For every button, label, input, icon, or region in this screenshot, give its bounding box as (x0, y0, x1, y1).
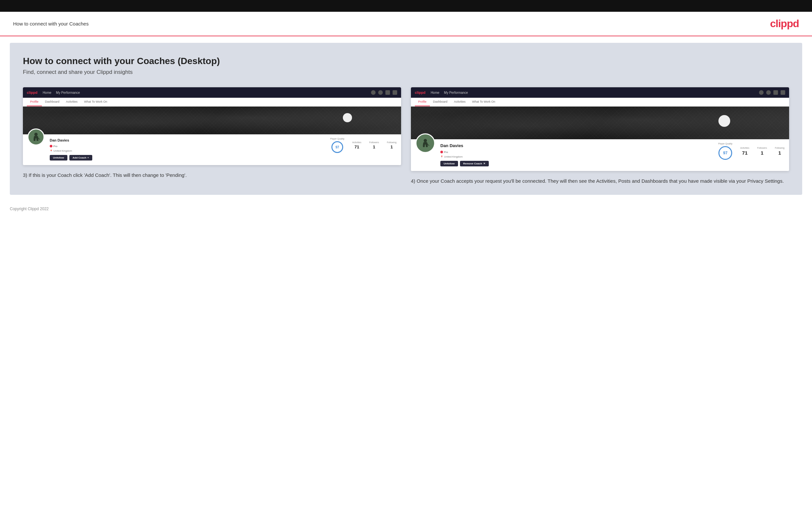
left-quality-circle: 97 (332, 141, 343, 153)
page-subtitle: Find, connect and share your Clippd insi… (23, 69, 789, 75)
left-mock-nav: clippd Home My Performance (23, 87, 401, 98)
right-unfollow-button[interactable]: Unfollow (440, 161, 458, 166)
right-screenshot: clippd Home My Performance Profile (411, 87, 789, 171)
left-activities-label: Activities (352, 141, 361, 144)
clippd-logo: clippd (770, 18, 799, 30)
left-mock-banner (23, 107, 401, 134)
right-quality-label: Player Quality (718, 143, 732, 145)
right-tab-what-to-work-on[interactable]: What To Work On (469, 98, 499, 106)
right-location-icon: 📍 (440, 156, 443, 158)
right-activities-value: 71 (740, 150, 750, 156)
left-screenshot: clippd Home My Performance Profile (23, 87, 401, 165)
left-player-quality: Player Quality 97 (330, 137, 345, 153)
right-remove-coach-label: Remove Coach (463, 162, 482, 165)
left-column: clippd Home My Performance Profile (23, 87, 401, 185)
left-add-coach-label: Add Coach (72, 156, 86, 159)
right-golfer-icon (420, 138, 430, 149)
right-activities-stat: Activities 71 (740, 147, 750, 156)
right-nav-my-performance: My Performance (444, 91, 468, 95)
left-mock-buttons: Unfollow Add Coach + (50, 155, 325, 161)
left-tab-activities[interactable]: Activities (63, 98, 81, 106)
left-mock-nav-icons (371, 90, 397, 95)
left-banner-ball (343, 113, 352, 122)
right-nav-home: Home (430, 91, 439, 95)
left-mock-nav-items: Home My Performance (43, 91, 366, 95)
right-profile-info: Dan Davies Pro 📍 United Kingdom Unfollow (440, 143, 713, 166)
columns: clippd Home My Performance Profile (23, 87, 789, 185)
right-profile-name: Dan Davies (440, 143, 713, 148)
left-mock-tabs: Profile Dashboard Activities What To Wor… (23, 98, 401, 107)
right-player-quality: Player Quality 97 (718, 143, 732, 160)
right-mock-nav-icons (759, 90, 785, 95)
left-add-icon: + (87, 156, 89, 159)
left-following-stat: Following 1 (387, 141, 397, 150)
right-followers-stat: Followers 1 (757, 147, 767, 156)
left-profile-icon (393, 90, 397, 95)
copyright-text: Copyright Clippd 2022 (10, 207, 49, 211)
left-tab-what-to-work-on[interactable]: What To Work On (81, 98, 111, 106)
top-bar (0, 0, 812, 12)
left-search-icon (371, 90, 375, 95)
right-settings-icon (773, 90, 778, 95)
left-unfollow-button[interactable]: Unfollow (50, 155, 67, 161)
right-following-label: Following (775, 147, 784, 149)
left-following-label: Following (387, 141, 397, 144)
right-location-text: United Kingdom (444, 155, 463, 158)
right-profile-location: 📍 United Kingdom (440, 155, 713, 158)
right-tab-dashboard[interactable]: Dashboard (430, 98, 451, 106)
right-profile-badge: Pro (440, 151, 448, 154)
left-profile-location: 📍 United Kingdom (50, 150, 325, 152)
right-remove-coach-button[interactable]: Remove Coach ✕ (460, 161, 489, 166)
right-following-value: 1 (775, 150, 784, 156)
right-banner-overlay (411, 107, 789, 139)
left-followers-stat: Followers 1 (369, 141, 379, 150)
left-profile-name: Dan Davies (50, 138, 325, 142)
left-add-coach-button[interactable]: Add Coach + (69, 155, 92, 161)
page-title: How to connect with your Coaches (Deskto… (23, 56, 789, 66)
left-mock-logo: clippd (27, 91, 37, 95)
right-mock-tabs: Profile Dashboard Activities What To Wor… (411, 98, 789, 107)
left-quality-label: Player Quality (330, 137, 345, 140)
right-description: 4) Once your Coach accepts your request … (411, 177, 789, 185)
left-badge-label: Pro (53, 145, 57, 148)
right-user-icon (766, 90, 771, 95)
left-profile-info: Dan Davies Pro 📍 United Kingdom Unfollow (50, 137, 325, 161)
left-badge-icon (50, 145, 52, 148)
left-user-icon (378, 90, 383, 95)
header-title: How to connect with your Coaches (13, 21, 89, 26)
right-following-stat: Following 1 (775, 147, 784, 156)
left-location-icon: 📍 (50, 150, 53, 152)
left-followers-value: 1 (369, 145, 379, 150)
left-mock-stats: Player Quality 97 Activities 71 Follower… (330, 137, 397, 153)
right-mock-profile: Dan Davies Pro 📍 United Kingdom Unfollow (411, 139, 789, 171)
left-tab-dashboard[interactable]: Dashboard (42, 98, 63, 106)
left-settings-icon (386, 90, 390, 95)
left-tab-profile[interactable]: Profile (27, 98, 42, 106)
right-badge-label: Pro (444, 151, 448, 154)
main-content: How to connect with your Coaches (Deskto… (10, 43, 802, 195)
right-search-icon (759, 90, 764, 95)
right-banner-ball (718, 115, 730, 127)
svg-point-0 (34, 133, 38, 136)
left-activities-value: 71 (352, 145, 361, 150)
left-nav-my-performance: My Performance (56, 91, 80, 95)
right-mock-stats: Player Quality 97 Activities 71 Follower… (718, 143, 784, 160)
right-tab-activities[interactable]: Activities (451, 98, 469, 106)
left-followers-label: Followers (369, 141, 379, 144)
left-activities-stat: Activities 71 (352, 141, 361, 150)
left-description: 3) If this is your Coach click 'Add Coac… (23, 172, 401, 179)
svg-point-2 (424, 139, 427, 142)
right-avatar-wrap (415, 133, 435, 153)
right-quality-circle: 97 (718, 146, 732, 160)
header: How to connect with your Coaches clippd (0, 12, 812, 36)
right-remove-icon: ✕ (483, 162, 486, 165)
footer: Copyright Clippd 2022 (0, 202, 812, 216)
right-badge-icon (440, 151, 443, 153)
left-following-value: 1 (387, 145, 397, 150)
right-profile-icon (780, 90, 785, 95)
left-golfer-icon (31, 132, 41, 142)
left-nav-home: Home (43, 91, 51, 95)
right-tab-profile[interactable]: Profile (415, 98, 430, 106)
right-mock-buttons: Unfollow Remove Coach ✕ (440, 161, 713, 166)
right-activities-label: Activities (740, 147, 750, 149)
